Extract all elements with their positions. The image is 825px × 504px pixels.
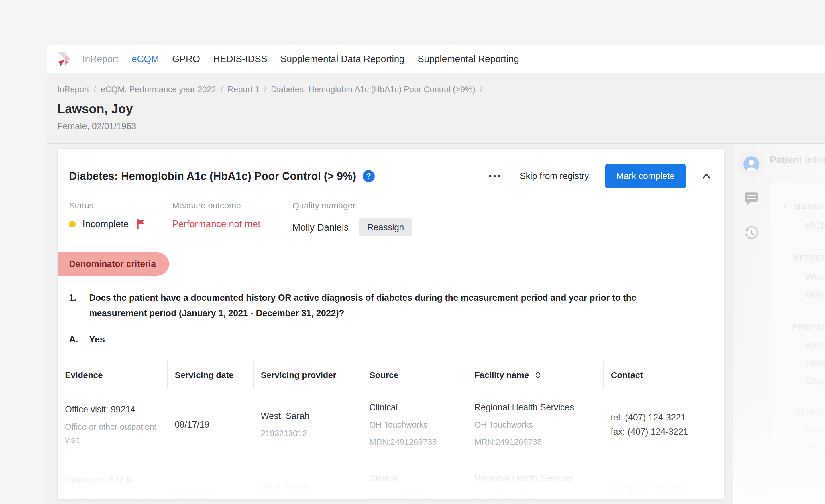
denominator-criteria-badge: Denominator criteria (58, 252, 169, 276)
question-number: 1. (69, 290, 89, 321)
breadcrumb-item[interactable]: Report 1 (227, 85, 259, 94)
section-line: Holy M (805, 289, 825, 300)
status-value: Incomplete (82, 219, 129, 229)
section-line: HICN (805, 220, 825, 231)
measure-outcome-value: Performance not met (172, 219, 293, 229)
source-system: OH Touchworks (369, 418, 462, 431)
panel-section-beneficiary: BENEF HICN (783, 199, 825, 231)
panel-section-other: OTHER Halperi Brown, Scott, (783, 407, 825, 470)
nav-item-gpro[interactable]: GPRO (172, 54, 200, 65)
comments-tab[interactable] (738, 185, 764, 212)
column-header-servicing-provider: Servicing provider (253, 361, 362, 390)
medical-cross-icon (783, 252, 784, 264)
source-type: Clinical (369, 401, 462, 414)
section-line: Brown, (805, 441, 825, 452)
mark-complete-button[interactable]: Mark complete (605, 164, 686, 188)
facility-system: OH Touchworks (474, 418, 599, 431)
more-options-icon[interactable]: ••• (486, 168, 505, 184)
status-dot-icon (69, 221, 76, 227)
evidence-title: Office visit: 99214 (65, 403, 163, 416)
breadcrumb-item[interactable]: eCQM: Performance year 2022 (100, 85, 216, 94)
nav-item-supplemental-reporting[interactable]: Supplemental Reporting (418, 54, 519, 65)
column-header-source: Source (362, 361, 467, 390)
provider-name: West, Sarah (261, 480, 357, 493)
sidebar-icon-rail (733, 144, 770, 504)
breadcrumb-separator: / (264, 85, 267, 94)
contact-fax: fax: (407) 124-3221 (611, 495, 721, 500)
patient-name: Lawson, Joy (57, 102, 814, 116)
sort-icon[interactable] (535, 371, 541, 379)
patient-info-panel: Patient information BENEF (770, 144, 825, 504)
history-tab[interactable] (738, 220, 764, 246)
facility-name-header-label: Facility name (475, 370, 529, 380)
section-label: BENEF (794, 201, 825, 211)
measure-meta-row: Status Incomplete (58, 201, 725, 236)
content-area: Diabetes: Hemoglobin A1c (HbA1c) Poor Co… (47, 144, 825, 504)
status-label: Status (69, 201, 172, 211)
nav-item-supplemental-data-reporting[interactable]: Supplemental Data Reporting (281, 54, 404, 65)
app-window: InReport eCQM GPRO HEDIS-IDSS Supplement… (47, 45, 825, 504)
evidence-table-header-row: Evidence Servicing date Servicing provid… (58, 361, 725, 390)
patient-info-card: BENEF HICN ATTRI (770, 182, 825, 504)
contact-tel: tel: (407) 124-3221 (611, 481, 721, 495)
facility-name: Regional Health Services (474, 401, 599, 414)
breadcrumb: InReport / eCQM: Performance year 2022 /… (57, 85, 814, 94)
servicing-date: 08/18/19 (175, 489, 249, 500)
provider-id: 2193213012 (261, 427, 357, 440)
section-line: Scott, (805, 459, 825, 470)
breadcrumb-separator: / (94, 85, 96, 94)
nav-item-ecqm[interactable]: eCQM (132, 54, 159, 65)
section-line: Horton, (805, 358, 825, 368)
criteria-question: 1. Does the patient have a documented hi… (58, 290, 725, 321)
evidence-subtitle: Office or other outpatient visit (65, 420, 163, 446)
provider-id: 2193213012 (261, 497, 357, 500)
answer-value: Yes (89, 334, 105, 345)
quality-manager-label: Quality manager (293, 201, 412, 211)
section-label: OTHER (794, 407, 825, 417)
section-line: Gray, J (805, 375, 825, 386)
question-text: Does the patient have a documented histo… (89, 290, 659, 321)
inreport-logo-icon[interactable] (56, 51, 71, 67)
clipboard-icon (783, 199, 786, 213)
top-nav: InReport eCQM GPRO HEDIS-IDSS Supplement… (47, 45, 825, 73)
nav-item-hedis-idss[interactable]: HEDIS-IDSS (213, 54, 267, 65)
source-system: OH Touchworks (369, 489, 462, 500)
quality-manager-value: Molly Daniels (293, 222, 349, 233)
section-line: West, S (805, 271, 825, 282)
column-header-servicing-date: Servicing date (167, 361, 253, 390)
measure-outcome-label: Measure outcome (172, 201, 293, 211)
breadcrumb-item[interactable]: InReport (57, 85, 89, 94)
patient-info-title: Patient information (770, 154, 825, 165)
section-label: ATTRIB (792, 253, 825, 263)
answer-label: A. (69, 334, 89, 345)
collapse-chevron-up-icon[interactable] (701, 172, 712, 180)
section-label: SERVIC (792, 491, 825, 500)
section-line: Halperi (805, 424, 825, 434)
section-label: PREFER (792, 322, 825, 332)
main-column: Diabetes: Hemoglobin A1c (HbA1c) Poor Co… (47, 144, 733, 504)
reassign-button[interactable]: Reassign (359, 219, 412, 236)
source-type: Clinical (369, 472, 462, 485)
skip-from-registry-button[interactable]: Skip from registry (520, 171, 589, 181)
breadcrumb-separator: / (480, 85, 482, 94)
contact-fax: fax: (407) 124-3221 (611, 425, 721, 439)
help-icon[interactable]: ? (363, 170, 375, 182)
measure-title: Diabetes: Hemoglobin A1c (HbA1c) Poor Co… (69, 170, 356, 182)
breadcrumb-separator: / (221, 85, 223, 94)
column-header-facility-name[interactable]: Facility name (467, 361, 603, 390)
column-header-evidence: Evidence (58, 361, 167, 390)
evidence-subtitle: Type 2 diabetes without complications (65, 491, 163, 500)
evidence-title: Diagnosis: E11.9 (65, 474, 163, 487)
history-clock-icon (744, 226, 759, 240)
brand-inreport[interactable]: InReport (82, 54, 119, 65)
source-mrn: MRN:2491269738 (369, 435, 462, 448)
breadcrumb-item[interactable]: Diabetes: Hemoglobin A1c (HbA1c) Poor Co… (271, 85, 475, 94)
contact-tel: tel: (407) 124-3221 (611, 410, 721, 425)
patient-info-tab[interactable] (738, 151, 764, 178)
evidence-row-office-visit: Office visit: 99214 Office or other outp… (58, 390, 725, 460)
evidence-table: Evidence Servicing date Servicing provid… (58, 361, 725, 500)
link-icon (783, 408, 785, 416)
facility-name: Regional Health Services (474, 472, 599, 485)
patient-demographics: Female, 02/01/1963 (57, 121, 814, 132)
flag-icon[interactable] (137, 219, 145, 229)
